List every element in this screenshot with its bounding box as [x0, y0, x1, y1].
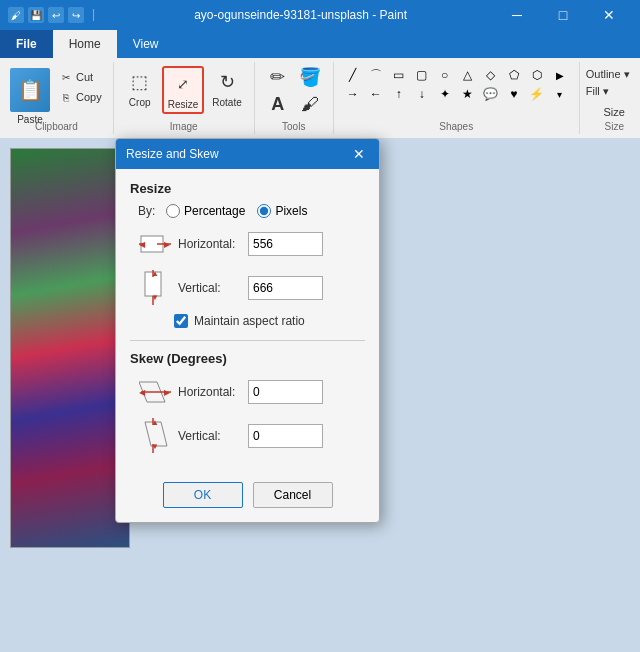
clipboard-label: Clipboard — [0, 121, 113, 132]
clipboard-group: 📋 Paste ✂ Cut ⎘ Copy Clipboard — [0, 62, 114, 134]
undo-icon[interactable]: ↩ — [48, 7, 64, 23]
shape-curve[interactable]: ⌒ — [365, 66, 387, 84]
size-button[interactable]: Size — [584, 104, 640, 120]
divider — [130, 340, 365, 341]
window-controls: ─ □ ✕ — [494, 0, 632, 30]
ok-button[interactable]: OK — [163, 482, 243, 508]
tab-file[interactable]: File — [0, 30, 53, 58]
shape-up-arrow[interactable]: ↑ — [388, 85, 410, 103]
ribbon-content: 📋 Paste ✂ Cut ⎘ Copy Clipboard ⬚ Crop ⤢ … — [0, 58, 640, 138]
vertical-resize-row: ▲ ▼ Vertical: — [138, 270, 365, 306]
minimize-button[interactable]: ─ — [494, 0, 540, 30]
tools-group: ✏ 🪣 A 🖌 Tools — [255, 62, 334, 134]
resize-button[interactable]: ⤢ Resize — [162, 66, 205, 114]
redo-icon[interactable]: ↪ — [68, 7, 84, 23]
shapes-label: Shapes — [334, 121, 579, 132]
crop-icon: ⬚ — [126, 68, 154, 96]
cut-button[interactable]: ✂ Cut — [56, 68, 105, 86]
skew-horizontal-row: ◀ ▶ Horizontal: — [138, 374, 365, 410]
shape-rect[interactable]: ▭ — [388, 66, 410, 84]
fill-style-button[interactable]: Fill ▾ — [584, 83, 640, 100]
svg-text:▶: ▶ — [164, 388, 171, 397]
cancel-button[interactable]: Cancel — [253, 482, 333, 508]
shape-down-arrow[interactable]: ↓ — [411, 85, 433, 103]
shape-roundrect[interactable]: ▢ — [411, 66, 433, 84]
shape-callout[interactable]: 💬 — [480, 85, 502, 103]
canvas-image — [10, 148, 130, 548]
aspect-ratio-label: Maintain aspect ratio — [194, 314, 305, 328]
tab-home[interactable]: Home — [53, 30, 117, 58]
shape-left-arrow[interactable]: ← — [365, 85, 387, 103]
shape-ellipse[interactable]: ○ — [434, 66, 456, 84]
skew-horizontal-label: Horizontal: — [178, 385, 248, 399]
outline-button[interactable]: Outline ▾ — [584, 66, 640, 83]
skew-vertical-label: Vertical: — [178, 429, 248, 443]
shape-lightning[interactable]: ⚡ — [526, 85, 548, 103]
paste-button[interactable]: 📋 Paste — [8, 66, 52, 127]
rotate-icon: ↻ — [213, 68, 241, 96]
pencil-button[interactable]: ✏ — [263, 64, 293, 90]
rotate-button[interactable]: ↻ Rotate — [208, 66, 245, 110]
brush-button[interactable]: 🖌 — [295, 92, 325, 117]
vertical-resize-icon: ▲ ▼ — [138, 270, 174, 306]
dialog-titlebar: Resize and Skew ✕ — [116, 139, 379, 169]
paste-icon: 📋 — [10, 68, 50, 112]
aspect-ratio-row: Maintain aspect ratio — [174, 314, 365, 328]
maximize-button[interactable]: □ — [540, 0, 586, 30]
by-label: By: — [138, 204, 158, 218]
svg-text:▲: ▲ — [151, 270, 159, 278]
quick-access-toolbar: 🖌 💾 ↩ ↪ | — [8, 7, 99, 23]
svg-text:◀: ◀ — [139, 388, 146, 397]
shape-triangle[interactable]: △ — [457, 66, 479, 84]
shape-star4[interactable]: ✦ — [434, 85, 456, 103]
aspect-ratio-checkbox[interactable] — [174, 314, 188, 328]
fill-button[interactable]: 🪣 — [295, 64, 325, 90]
percentage-radio-label[interactable]: Percentage — [166, 204, 245, 218]
radio-group: Percentage Pixels — [166, 204, 307, 218]
cut-icon: ✂ — [59, 70, 73, 84]
horizontal-resize-icon: ◀ ▶ — [138, 226, 174, 262]
skew-horizontal-input[interactable] — [248, 380, 323, 404]
copy-button[interactable]: ⎘ Copy — [56, 88, 105, 106]
dialog-body: Resize By: Percentage Pixels — [116, 169, 379, 474]
pixels-radio[interactable] — [257, 204, 271, 218]
horizontal-input[interactable] — [248, 232, 323, 256]
shape-right-arrow[interactable]: → — [342, 85, 364, 103]
by-row: By: Percentage Pixels — [138, 204, 365, 218]
crop-button[interactable]: ⬚ Crop — [122, 66, 158, 110]
shape-arrow-more[interactable]: ▶ — [549, 66, 571, 84]
vertical-input[interactable] — [248, 276, 323, 300]
skew-vertical-input[interactable] — [248, 424, 323, 448]
shape-diamond[interactable]: ◇ — [480, 66, 502, 84]
shape-heart[interactable]: ♥ — [503, 85, 525, 103]
tab-view[interactable]: View — [117, 30, 175, 58]
tools-label: Tools — [255, 121, 333, 132]
shapes-group: ╱ ⌒ ▭ ▢ ○ △ ◇ ⬠ ⬡ ▶ → ← ↑ ↓ ✦ ★ 💬 ♥ ⚡ ▾ … — [334, 62, 579, 134]
shapes-grid: ╱ ⌒ ▭ ▢ ○ △ ◇ ⬠ ⬡ ▶ → ← ↑ ↓ ✦ ★ 💬 ♥ ⚡ ▾ — [342, 66, 571, 103]
app-icon: 🖌 — [8, 7, 24, 23]
vertical-label: Vertical: — [178, 281, 248, 295]
shape-line[interactable]: ╱ — [342, 66, 364, 84]
percentage-radio[interactable] — [166, 204, 180, 218]
dialog-title: Resize and Skew — [126, 147, 219, 161]
svg-text:▼: ▼ — [151, 442, 159, 451]
shape-scroll[interactable]: ▾ — [549, 85, 571, 103]
size-group-label: Size — [580, 121, 640, 132]
close-button[interactable]: ✕ — [586, 0, 632, 30]
shape-hexagon[interactable]: ⬡ — [526, 66, 548, 84]
dialog-footer: OK Cancel — [116, 474, 379, 522]
dialog-close-button[interactable]: ✕ — [349, 144, 369, 164]
text-button[interactable]: A — [263, 92, 293, 117]
image-buttons-row: ⬚ Crop ⤢ Resize ↻ Rotate — [122, 66, 246, 114]
svg-text:◀: ◀ — [139, 240, 146, 249]
clipboard-small-buttons: ✂ Cut ⎘ Copy — [56, 68, 105, 106]
skew-section-title: Skew (Degrees) — [130, 351, 365, 366]
shape-star5[interactable]: ★ — [457, 85, 479, 103]
resize-section-title: Resize — [130, 181, 365, 196]
skew-vertical-icon: ▲ ▼ — [138, 418, 174, 454]
save-icon[interactable]: 💾 — [28, 7, 44, 23]
pixels-radio-label[interactable]: Pixels — [257, 204, 307, 218]
shape-pentagon[interactable]: ⬠ — [503, 66, 525, 84]
title-bar: 🖌 💾 ↩ ↪ | ayo-ogunseinde-93181-unsplash … — [0, 0, 640, 30]
horizontal-label: Horizontal: — [178, 237, 248, 251]
